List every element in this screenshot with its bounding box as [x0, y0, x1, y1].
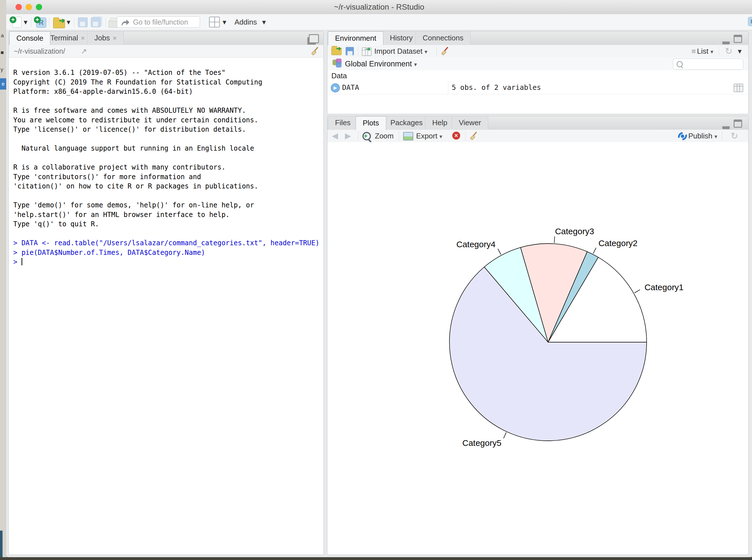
console-line: Type 'contributors()' for more informati…	[13, 172, 322, 182]
environment-pane: Environment History Connections ➜ ➜ Impo…	[327, 31, 749, 114]
refresh-icon[interactable]: ↻	[725, 45, 732, 57]
remove-plot-icon[interactable]: ×	[452, 132, 460, 140]
toolbar-separator	[436, 47, 437, 56]
list-view-label: List	[697, 47, 708, 55]
clear-console-icon[interactable]	[310, 47, 320, 56]
toolbar-separator	[31, 17, 32, 27]
column-divider	[448, 81, 448, 94]
pie-label-tick	[634, 289, 640, 293]
working-directory: ~/r-visualization/	[14, 45, 65, 57]
previous-plot-icon[interactable]: ◀	[332, 130, 338, 142]
tab-help[interactable]: Help	[425, 116, 454, 129]
console-output[interactable]: R version 3.6.1 (2019-07-05) -- "Action …	[13, 68, 322, 267]
export-plot-icon[interactable]	[403, 132, 413, 140]
import-dataset-label: Import Dataset	[374, 47, 423, 55]
console-pane: Console Terminal× Jobs× ~/r-visualizatio…	[8, 31, 324, 555]
console-line: 'help.start()' for an HTML browser inter…	[13, 210, 322, 220]
publish-button-label: Publish	[688, 132, 712, 140]
expand-object-icon[interactable]: ▶	[331, 83, 340, 93]
tab-environment[interactable]: Environment	[328, 32, 383, 45]
pie-slice-label: Category4	[456, 240, 495, 249]
scope-selector[interactable]: Global Environment ▾	[345, 57, 417, 71]
console-line	[13, 229, 322, 239]
view-data-icon[interactable]	[734, 84, 743, 92]
tab-terminal[interactable]: Terminal×	[43, 32, 92, 45]
pane-layout-icon[interactable]	[209, 17, 220, 27]
import-dataset-button[interactable]: Import Dataset ▾	[374, 45, 427, 57]
clear-all-plots-icon[interactable]	[469, 132, 478, 140]
save-icon[interactable]	[78, 18, 87, 27]
new-project-plus-icon[interactable]: +	[34, 16, 41, 23]
environment-scope-row: Global Environment ▾	[327, 57, 748, 71]
goto-file-function-box[interactable]: Go to file/function	[117, 16, 200, 28]
publish-button[interactable]: Publish ▾	[688, 130, 717, 142]
open-in-new-icon[interactable]: ↗	[81, 45, 87, 57]
zoom-button-label[interactable]: Zoom	[375, 130, 393, 142]
close-icon[interactable]: ×	[81, 34, 85, 42]
tab-viewer[interactable]: Viewer	[452, 116, 488, 129]
next-plot-icon[interactable]: ▶	[345, 130, 351, 142]
list-view-dropdown: ▾	[710, 48, 713, 55]
maximize-pane-icon[interactable]	[734, 35, 742, 43]
desktop-bottom-strip	[0, 557, 752, 560]
object-name: DATA	[342, 81, 359, 94]
list-view-icon[interactable]: ≡	[692, 45, 696, 57]
tab-jobs[interactable]: Jobs×	[87, 32, 124, 45]
console-line: >	[13, 257, 322, 267]
plots-toolbar: ◀ ▶ + Zoom Export ▾ ×	[327, 130, 748, 142]
save-workspace-icon[interactable]	[345, 47, 354, 55]
environment-tabstrip: Environment History Connections	[327, 32, 748, 45]
main-toolbar: + ▾ R + ➜ ▾ Go to file/function ▾ Addin	[6, 14, 752, 30]
toolbar-separator	[49, 17, 49, 27]
screen: a ■ y e ~/r-visualization - RStudio + ▾ …	[0, 0, 752, 560]
environment-toolbar: ➜ ➜ Import Dataset ▾ ≡ List ▾ ↻ ▾	[327, 45, 748, 58]
pane-layout-dropdown[interactable]: ▾	[223, 14, 226, 30]
background-teal-strip	[0, 531, 3, 560]
toolbar-separator	[399, 132, 399, 140]
play-icon: ▶	[333, 85, 337, 90]
tab-files[interactable]: Files	[328, 116, 358, 129]
minimize-pane-icon[interactable]	[722, 38, 730, 44]
open-file-dropdown[interactable]: ▾	[67, 14, 70, 30]
console-line	[13, 154, 322, 163]
search-icon	[676, 61, 683, 67]
tab-plots[interactable]: Plots	[355, 116, 386, 130]
tab-connections[interactable]: Connections	[415, 32, 471, 45]
addins-dropdown[interactable]: ▾	[262, 14, 266, 30]
zoom-plot-icon[interactable]: +	[362, 132, 371, 140]
close-icon[interactable]: ×	[113, 34, 117, 42]
addins-menu[interactable]: Addins	[235, 14, 257, 30]
tab-console[interactable]: Console	[9, 32, 50, 45]
plots-tabstrip: Files Plots Packages Help Viewer	[327, 116, 748, 130]
export-button[interactable]: Export ▾	[416, 130, 442, 142]
console-tabstrip: Console Terminal× Jobs×	[9, 32, 323, 45]
tab-packages[interactable]: Packages	[383, 116, 430, 129]
publish-icon[interactable]	[678, 132, 687, 140]
new-file-dropdown[interactable]: ▾	[24, 14, 27, 30]
clear-environment-icon[interactable]	[441, 47, 449, 56]
console-line	[13, 135, 322, 144]
refresh-plot-icon[interactable]: ↻	[731, 130, 738, 142]
tab-console-label: Console	[16, 34, 43, 42]
console-line: R is free software and comes with ABSOLU…	[13, 106, 322, 116]
import-dataset-arrow-icon: ➜	[366, 45, 371, 52]
tab-files-label: Files	[335, 118, 350, 127]
environment-search-input[interactable]	[673, 59, 743, 70]
console-line: Type 'demo()' for some demos, 'help()' f…	[13, 201, 322, 210]
tab-environment-label: Environment	[335, 34, 376, 42]
maximize-pane-icon[interactable]	[309, 34, 319, 43]
background-text-fragment: ■	[1, 49, 4, 56]
environment-object-row[interactable]: ▶ DATA 5 obs. of 2 variables	[327, 81, 748, 94]
import-dataset-dropdown: ▾	[425, 48, 427, 55]
minimize-pane-icon[interactable]	[722, 122, 730, 129]
refresh-dropdown[interactable]: ▾	[738, 45, 741, 57]
tab-history[interactable]: History	[383, 32, 420, 45]
list-view-button[interactable]: List ▾	[697, 45, 713, 57]
maximize-pane-icon[interactable]	[734, 120, 742, 128]
save-all-icon[interactable]	[91, 18, 101, 27]
console-working-dir-bar: ~/r-visualization/ ↗	[9, 45, 323, 58]
tab-plots-label: Plots	[363, 119, 379, 127]
new-file-plus-icon[interactable]: +	[9, 16, 16, 23]
console-line	[13, 97, 322, 106]
console-line: Type 'license()' or 'licence()' for dist…	[13, 125, 322, 135]
